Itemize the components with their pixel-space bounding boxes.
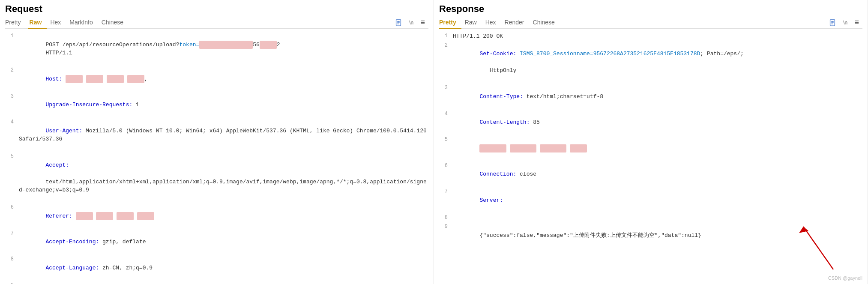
table-row: 4 Content-Length: 85 bbox=[434, 110, 868, 136]
request-tabs: Pretty Raw Hex MarkInfo Chinese \n ≡ bbox=[5, 17, 428, 29]
table-row: 4 User-Agent: Mozilla/5.0 (Windows NT 10… bbox=[0, 118, 434, 152]
tab-raw[interactable]: Raw bbox=[28, 17, 47, 29]
table-row: 8 bbox=[434, 213, 868, 223]
table-row: 7 Accept-Encoding: gzip, deflate bbox=[0, 229, 434, 255]
tab-markinfo[interactable]: MarkInfo bbox=[68, 17, 98, 28]
table-row: 1 HTTP/1.1 200 OK bbox=[434, 32, 868, 41]
table-row: 5 ████████ ████████ ████████ ████ bbox=[434, 135, 868, 161]
table-row: 2 Set-Cookie: ISMS_8700_Sessionname=9567… bbox=[434, 41, 868, 84]
table-row: 1 POST /eps/api/resourceOperations/uploa… bbox=[0, 32, 434, 66]
doc-icon-resp[interactable] bbox=[827, 18, 838, 27]
tab-pretty-resp[interactable]: Pretty bbox=[439, 17, 461, 29]
tab-hex[interactable]: Hex bbox=[48, 17, 66, 28]
request-header: Request Pretty Raw Hex MarkInfo Chinese … bbox=[0, 0, 434, 29]
doc-icon[interactable] bbox=[393, 18, 404, 27]
table-row: 9 {"success":false,"message":"上传附件失败:上传文… bbox=[434, 222, 868, 248]
response-tabs: Pretty Raw Hex Render Chinese \n ≡ bbox=[439, 17, 862, 29]
table-row: 9 Cookie: ISMS_8700_Sessionname=6E5D39C3… bbox=[0, 281, 434, 284]
menu-icon[interactable]: ≡ bbox=[419, 18, 427, 28]
table-row: 5 Accept: text/html,application/xhtml+xm… bbox=[0, 152, 434, 203]
request-title: Request bbox=[5, 3, 428, 15]
response-title: Response bbox=[439, 3, 862, 15]
response-panel: Response Pretty Raw Hex Render Chinese \… bbox=[434, 0, 868, 284]
table-row: 7 Server: bbox=[434, 187, 868, 213]
tab-pretty[interactable]: Pretty bbox=[5, 17, 26, 28]
table-row: 6 Connection: close bbox=[434, 161, 868, 188]
menu-icon-resp[interactable]: ≡ bbox=[853, 18, 861, 28]
response-tab-icons: \n ≡ bbox=[827, 18, 862, 28]
tab-render-resp[interactable]: Render bbox=[503, 17, 530, 28]
response-content[interactable]: 1 HTTP/1.1 200 OK 2 Set-Cookie: ISMS_870… bbox=[434, 29, 868, 284]
newline-icon-resp[interactable]: \n bbox=[841, 19, 849, 27]
table-row: 3 Upgrade-Insecure-Requests: 1 bbox=[0, 92, 434, 118]
tab-raw-resp[interactable]: Raw bbox=[463, 17, 482, 28]
tab-chinese-resp[interactable]: Chinese bbox=[531, 17, 560, 28]
table-row: 3 Content-Type: text/html;charset=utf-8 bbox=[434, 84, 868, 110]
watermark: CSDN @gaynell bbox=[828, 275, 862, 281]
table-row: 2 Host: ████ ████ ████ ████, bbox=[0, 66, 434, 92]
newline-icon[interactable]: \n bbox=[407, 19, 415, 27]
response-header: Response Pretty Raw Hex Render Chinese \… bbox=[434, 0, 868, 29]
table-row: 6 Referer: ████ ████ ████ ████ bbox=[0, 203, 434, 229]
tab-chinese[interactable]: Chinese bbox=[100, 17, 129, 28]
tab-hex-resp[interactable]: Hex bbox=[484, 17, 501, 28]
request-content[interactable]: 1 POST /eps/api/resourceOperations/uploa… bbox=[0, 29, 434, 284]
table-row: 8 Accept-Language: zh-CN, zh;q=0.9 bbox=[0, 255, 434, 281]
request-tab-icons: \n ≡ bbox=[393, 18, 428, 28]
request-panel: Request Pretty Raw Hex MarkInfo Chinese … bbox=[0, 0, 434, 284]
